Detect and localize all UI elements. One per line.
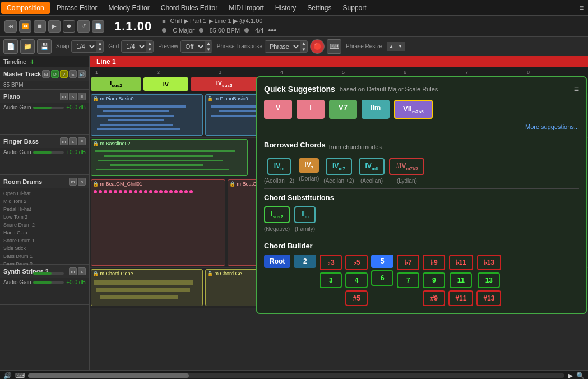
grid-select[interactable]: 1/4	[122, 41, 146, 52]
master-btn-d[interactable]: D	[51, 70, 59, 78]
grid-select-group[interactable]: 1/4 ▲ ▼	[121, 40, 154, 53]
grid-arrows[interactable]: ▲ ▼	[146, 40, 153, 53]
snap-select[interactable]: 1/4	[72, 41, 96, 52]
new-file-btn[interactable]: 📄	[3, 39, 18, 54]
builder-2[interactable]: 2	[294, 255, 316, 268]
synth-clip-1[interactable]: 🔒 m Chord Gene	[91, 269, 203, 306]
bass-btn-e[interactable]: ≡	[78, 137, 86, 145]
preview-down[interactable]: ▼	[205, 47, 212, 53]
scroll-track[interactable]	[28, 373, 564, 378]
grid-up[interactable]: ▲	[146, 40, 153, 47]
preview-select-group[interactable]: Off ▲ ▼	[180, 40, 212, 53]
transport-record[interactable]: ⏺	[63, 20, 75, 33]
phrase-t-icon2[interactable]: ⌨	[327, 39, 341, 54]
drums-clip-1[interactable]: 🔒 m BeatGM_Chill01	[91, 179, 225, 266]
builder-5[interactable]: 5	[371, 255, 393, 268]
menu-support[interactable]: Support	[337, 2, 372, 14]
phrase-t-select[interactable]: Phrase	[265, 41, 300, 52]
builder-6[interactable]: 6	[371, 270, 393, 286]
piano-clip-1[interactable]: 🔒 m PianoBasic0	[91, 94, 203, 136]
borrowed-IVm7[interactable]: IVm7	[326, 158, 352, 175]
builder-b7[interactable]: ♭7	[397, 255, 419, 270]
preview-arrows[interactable]: ▲ ▼	[205, 40, 212, 53]
zoom-icon[interactable]: 🔍	[576, 372, 585, 380]
save-btn[interactable]: 💾	[37, 39, 52, 54]
menu-composition[interactable]: Composition	[1, 2, 50, 14]
master-btn-e[interactable]: E	[69, 70, 77, 78]
menu-extra-icon[interactable]: ≡	[575, 2, 588, 14]
quick-chord-IIm[interactable]: IIm	[362, 100, 390, 119]
drums-btn-m[interactable]: m	[69, 178, 77, 186]
transport-more[interactable]: •••	[268, 26, 276, 35]
chord-isus2[interactable]: Isus2	[91, 77, 141, 91]
quick-chord-I[interactable]: I	[297, 100, 325, 119]
borrowed-IVm6[interactable]: IVm6	[359, 158, 385, 175]
phrase-t-icon1[interactable]: 🔴	[310, 39, 325, 54]
master-btn-m[interactable]: M	[42, 70, 50, 78]
borrowed-sIVm7b5[interactable]: #IVm7b5	[389, 158, 424, 175]
bass-btn-s[interactable]: s	[69, 137, 77, 145]
builder-b9[interactable]: ♭9	[423, 255, 445, 270]
timeline-add[interactable]: +	[30, 57, 34, 66]
preview-select[interactable]: Off	[181, 41, 205, 52]
builder-4[interactable]: 4	[345, 272, 368, 288]
builder-3[interactable]: 3	[320, 272, 342, 288]
menu-chord-rules[interactable]: Chord Rules Editor	[155, 2, 223, 14]
builder-13[interactable]: 13	[478, 272, 500, 288]
preview-up[interactable]: ▲	[205, 40, 212, 47]
builder-9[interactable]: 9	[423, 272, 445, 288]
piano-btn-e[interactable]: ≡	[78, 93, 86, 100]
bass-gain-bar[interactable]	[33, 151, 64, 154]
piano-btn-m[interactable]: m	[60, 93, 68, 100]
menu-settings[interactable]: Settings	[302, 2, 337, 14]
subs-IIm[interactable]: IIm	[294, 206, 316, 223]
open-btn[interactable]: 📁	[20, 39, 35, 54]
snap-arrows[interactable]: ▲ ▼	[96, 40, 103, 53]
phrase-t-arrows[interactable]: ▲ ▼	[300, 40, 307, 53]
piano-gain-bar[interactable]	[33, 107, 64, 109]
drums-gain-bar[interactable]	[33, 272, 64, 275]
bass-clip-1[interactable]: 🔒 m Bassline02	[91, 139, 248, 176]
bottom-icon-1[interactable]: 🔊	[3, 372, 12, 380]
menu-melody-editor[interactable]: Melody Editor	[103, 2, 155, 14]
snap-down[interactable]: ▼	[96, 47, 103, 53]
menu-history[interactable]: History	[270, 2, 302, 14]
builder-s13[interactable]: #13	[476, 290, 501, 306]
transport-stop[interactable]: ⏹	[34, 20, 46, 33]
builder-b11[interactable]: ♭11	[449, 255, 473, 270]
builder-11[interactable]: 11	[450, 272, 472, 288]
snap-select-group[interactable]: 1/4 ▲ ▼	[71, 40, 104, 53]
chord-iv[interactable]: IV	[143, 77, 188, 91]
transport-play[interactable]: ▶	[48, 20, 61, 33]
builder-b13[interactable]: ♭13	[477, 255, 501, 270]
builder-s11[interactable]: #11	[448, 290, 473, 306]
snap-up[interactable]: ▲	[96, 40, 103, 47]
borrowed-IVm[interactable]: IVm	[267, 158, 291, 175]
phrase-r-down[interactable]: ▼	[396, 42, 405, 51]
piano-btn-s[interactable]: s	[69, 93, 77, 100]
quick-chord-V7[interactable]: V7	[329, 100, 357, 119]
phrase-t-down[interactable]: ▼	[300, 47, 307, 53]
transport-extra[interactable]: 📄	[92, 20, 104, 33]
master-btn-v[interactable]: V	[60, 70, 68, 78]
timeline-track-bar[interactable]: Line 1	[90, 56, 588, 67]
drums-btn-s[interactable]: s	[78, 178, 86, 186]
grid-down[interactable]: ▼	[146, 47, 153, 53]
chord-ivsus2[interactable]: IVsus2	[191, 77, 258, 91]
phrase-t-select-group[interactable]: Phrase ▲ ▼	[265, 40, 308, 53]
quick-chord-V[interactable]: V	[264, 100, 292, 119]
quick-chord-VIIm7b5[interactable]: VIIm7b5	[394, 100, 433, 119]
scroll-right-icon[interactable]: ▶	[568, 372, 573, 380]
phrase-t-up[interactable]: ▲	[300, 40, 307, 47]
menu-midi-import[interactable]: MIDI Import	[223, 2, 270, 14]
borrowed-IV7[interactable]: IV7	[299, 158, 319, 173]
more-suggestions-link[interactable]: More suggestions...	[264, 123, 579, 130]
menu-phrase-editor[interactable]: Phrase Editor	[51, 2, 103, 14]
transport-rewind[interactable]: ⏮	[4, 20, 17, 33]
transport-prev[interactable]: ⏪	[19, 20, 31, 33]
builder-7[interactable]: 7	[397, 272, 419, 288]
builder-root[interactable]: Root	[264, 255, 290, 268]
master-btn-speaker[interactable]: 🔊	[78, 70, 86, 78]
builder-s5[interactable]: #5	[345, 290, 368, 306]
subs-Isus2[interactable]: Isus2	[264, 206, 290, 223]
